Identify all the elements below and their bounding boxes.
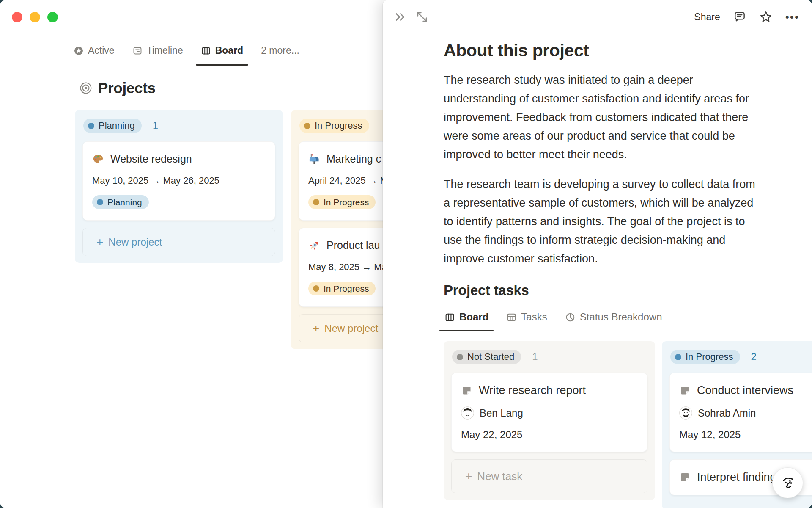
task-title: Interpret findings bbox=[697, 471, 782, 484]
peek-panel: Share ••• About this project The researc… bbox=[383, 0, 812, 508]
status-dot bbox=[313, 285, 319, 292]
column-count: 2 bbox=[751, 351, 757, 363]
column-header: Planning 1 bbox=[83, 119, 274, 133]
board-icon bbox=[201, 46, 211, 56]
mailbox-emoji-icon bbox=[308, 153, 320, 165]
status-dot bbox=[304, 123, 310, 129]
tab-label: Timeline bbox=[147, 45, 183, 56]
favorite-star-icon[interactable] bbox=[759, 10, 773, 24]
tab-label: Board bbox=[215, 45, 243, 56]
task-title: Conduct interviews bbox=[697, 384, 793, 397]
task-date: May 12, 2025 bbox=[679, 429, 812, 441]
share-button[interactable]: Share bbox=[694, 11, 720, 23]
rocket-emoji-icon bbox=[308, 240, 320, 251]
tab-timeline-view[interactable]: Timeline bbox=[132, 42, 184, 65]
tab-board-tasks[interactable]: Board bbox=[444, 309, 489, 331]
status-badge: In Progress bbox=[670, 350, 740, 364]
column-count: 1 bbox=[532, 351, 538, 363]
project-title: Product lau bbox=[326, 239, 380, 251]
new-project-button[interactable]: + New project bbox=[82, 228, 275, 256]
tab-label: Board bbox=[459, 311, 488, 323]
view-tabs: Active Timeline Board 2 more... bbox=[73, 42, 383, 65]
status-dot bbox=[97, 199, 103, 205]
table-icon bbox=[506, 312, 517, 323]
column-count: 1 bbox=[153, 120, 158, 132]
peek-toolbar: Share ••• bbox=[383, 0, 812, 34]
star-circle-icon bbox=[74, 46, 84, 56]
task-card[interactable]: Write research report Ben Lang May 22, 2… bbox=[451, 373, 647, 452]
assignee-name: Sohrab Amin bbox=[698, 407, 756, 419]
target-icon bbox=[80, 82, 92, 94]
status-dot bbox=[675, 354, 681, 360]
tab-status-breakdown[interactable]: Status Breakdown bbox=[564, 309, 663, 331]
status-dot bbox=[457, 354, 463, 360]
column-header: In Progress 2 bbox=[670, 350, 812, 364]
peek-content: About this project The research study wa… bbox=[444, 41, 765, 508]
status-badge: Planning bbox=[92, 195, 149, 209]
project-card[interactable]: Website redesign May 10, 2025 → May 26, … bbox=[82, 141, 275, 221]
close-window-button[interactable] bbox=[12, 12, 22, 22]
expand-page-icon[interactable] bbox=[416, 11, 428, 23]
new-task-button[interactable]: + New task bbox=[451, 459, 647, 493]
project-title: Website redesign bbox=[110, 153, 192, 165]
tab-label: Active bbox=[88, 45, 115, 56]
task-date: May 22, 2025 bbox=[461, 429, 638, 441]
about-heading: About this project bbox=[444, 41, 765, 61]
more-options-icon[interactable]: ••• bbox=[785, 11, 799, 24]
palette-emoji-icon bbox=[92, 153, 104, 165]
notion-ai-button[interactable] bbox=[772, 467, 803, 498]
zoom-window-button[interactable] bbox=[47, 12, 58, 22]
status-badge: Planning bbox=[83, 119, 142, 133]
task-card[interactable]: Conduct interviews Sohrab Amin May 12, 2… bbox=[669, 373, 812, 452]
timeline-icon bbox=[132, 46, 143, 56]
column-header: Not Started 1 bbox=[452, 350, 647, 364]
avatar bbox=[679, 406, 692, 420]
tab-tasks-table[interactable]: Tasks bbox=[505, 309, 548, 331]
page-icon bbox=[461, 385, 472, 396]
avatar bbox=[461, 406, 474, 420]
tasks-board: Not Started 1 Write research report bbox=[444, 341, 812, 508]
board-icon bbox=[444, 312, 455, 323]
assignee-row: Sohrab Amin bbox=[679, 406, 812, 420]
task-title: Write research report bbox=[479, 384, 586, 397]
project-title: Marketing c bbox=[326, 153, 381, 165]
project-dates: May 10, 2025 → May 26, 2025 bbox=[92, 175, 266, 186]
page-icon bbox=[679, 385, 691, 396]
column-planning: Planning 1 Website redesign May 10, 2025… bbox=[75, 110, 283, 263]
minimize-window-button[interactable] bbox=[30, 12, 40, 22]
plus-icon: + bbox=[465, 469, 472, 483]
assignee-name: Ben Lang bbox=[480, 407, 523, 419]
page-title: Projects bbox=[98, 80, 156, 97]
notion-window: Active Timeline Board 2 more... Projects bbox=[0, 0, 812, 508]
project-tasks-heading: Project tasks bbox=[444, 282, 765, 298]
status-badge: In Progress bbox=[308, 195, 376, 209]
comments-icon[interactable] bbox=[733, 10, 746, 24]
page-header: Projects bbox=[80, 80, 156, 97]
tab-label: Tasks bbox=[521, 311, 547, 323]
tab-board-view[interactable]: Board bbox=[200, 42, 244, 65]
plus-icon: + bbox=[313, 322, 319, 335]
tab-label: 2 more... bbox=[261, 45, 299, 56]
tab-more-views[interactable]: 2 more... bbox=[260, 42, 300, 65]
window-controls bbox=[12, 12, 58, 22]
status-badge: Not Started bbox=[452, 350, 521, 364]
pie-chart-icon bbox=[565, 312, 576, 323]
about-paragraph-1: The research study was initiated to gain… bbox=[444, 71, 760, 164]
tasks-view-tabs: Board Tasks Status Breakdown bbox=[444, 309, 760, 331]
close-peek-icon[interactable] bbox=[394, 11, 406, 23]
page-icon bbox=[679, 472, 691, 483]
status-badge: In Progress bbox=[299, 119, 369, 133]
tab-active-view[interactable]: Active bbox=[73, 42, 115, 65]
status-badge: In Progress bbox=[308, 282, 376, 295]
status-dot bbox=[88, 123, 94, 129]
plus-icon: + bbox=[96, 235, 103, 249]
about-paragraph-2: The research team is developing a survey… bbox=[444, 175, 760, 268]
status-dot bbox=[313, 199, 319, 205]
tab-label: Status Breakdown bbox=[580, 311, 662, 323]
assignee-row: Ben Lang bbox=[461, 406, 638, 420]
column-not-started: Not Started 1 Write research report bbox=[444, 341, 655, 500]
